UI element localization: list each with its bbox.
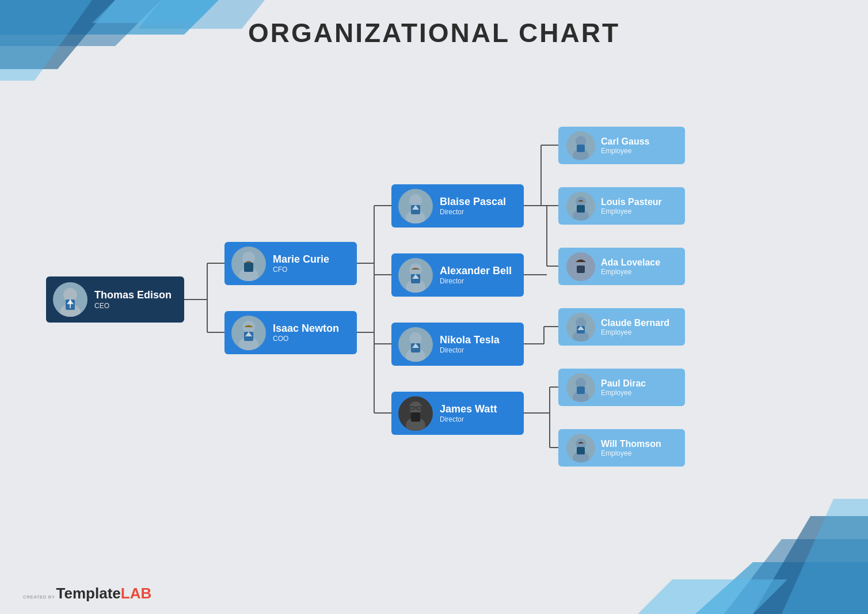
dir1-avatar <box>398 189 433 223</box>
ceo-name: Thomas Edison <box>94 289 172 302</box>
dir1-role: Director <box>440 208 506 216</box>
ceo-node: Thomas Edison CEO <box>46 276 184 323</box>
dir3-avatar <box>398 327 433 362</box>
dir1-node: Blaise Pascal Director <box>391 184 524 228</box>
dir4-role: Director <box>440 415 497 423</box>
svg-rect-44 <box>244 263 253 272</box>
cfo-node: Marie Curie CFO <box>224 242 357 285</box>
page-title: ORGANIZATIONAL CHART <box>0 17 868 48</box>
chart-area: Thomas Edison CEO Marie Curie CFO <box>23 63 845 568</box>
svg-point-57 <box>409 332 422 345</box>
coo-avatar <box>231 316 266 350</box>
coo-role: COO <box>273 335 339 343</box>
svg-rect-69 <box>577 145 585 152</box>
emp6-role: Employee <box>601 449 661 457</box>
watermark-template: Template <box>56 585 121 602</box>
coo-name: Isaac Newton <box>273 323 339 335</box>
dir4-avatar <box>398 396 433 431</box>
watermark-created: CREATED BY <box>23 594 55 600</box>
watermark-lab: LAB <box>121 585 151 602</box>
svg-rect-63 <box>411 412 420 422</box>
svg-point-49 <box>409 194 422 207</box>
emp2-avatar <box>566 192 595 221</box>
svg-rect-82 <box>577 386 585 394</box>
emp5-name: Paul Dirac <box>601 378 646 389</box>
emp6-avatar <box>566 434 595 463</box>
emp5-node: Paul Dirac Employee <box>558 369 685 406</box>
emp1-avatar <box>566 131 595 160</box>
watermark: CREATED BY Template LAB <box>23 585 151 602</box>
dir2-role: Director <box>440 277 512 285</box>
emp6-node: Will Thomson Employee <box>558 429 685 467</box>
emp1-node: Carl Gauss Employee <box>558 127 685 164</box>
dir3-node: Nikola Tesla Director <box>391 323 524 366</box>
dir4-node: James Watt Director <box>391 392 524 435</box>
emp5-role: Employee <box>601 389 646 397</box>
emp3-name: Ada Lovelace <box>601 257 660 268</box>
svg-rect-72 <box>577 205 585 213</box>
emp6-name: Will Thomson <box>601 438 661 449</box>
emp2-role: Employee <box>601 207 662 215</box>
dir3-role: Director <box>440 346 500 354</box>
emp1-name: Carl Gauss <box>601 136 649 147</box>
emp3-node: Ada Lovelace Employee <box>558 248 685 285</box>
emp4-role: Employee <box>601 328 669 336</box>
ceo-avatar <box>53 282 87 317</box>
dir2-avatar <box>398 258 433 293</box>
emp1-role: Employee <box>601 147 649 155</box>
emp2-node: Louis Pasteur Employee <box>558 187 685 225</box>
cfo-role: CFO <box>273 266 329 274</box>
coo-node: Isaac Newton COO <box>224 311 357 354</box>
ceo-role: CEO <box>94 302 172 310</box>
dir3-name: Nikola Tesla <box>440 334 500 347</box>
emp4-node: Claude Bernard Employee <box>558 308 685 346</box>
svg-rect-85 <box>577 447 585 454</box>
dir2-name: Alexander Bell <box>440 265 512 278</box>
cfo-avatar <box>231 247 266 281</box>
emp4-name: Claude Bernard <box>601 317 669 328</box>
emp2-name: Louis Pasteur <box>601 196 662 207</box>
dir4-name: James Watt <box>440 403 497 416</box>
dir2-node: Alexander Bell Director <box>391 253 524 297</box>
cfo-name: Marie Curie <box>273 253 329 266</box>
dir1-name: Blaise Pascal <box>440 196 506 209</box>
emp5-avatar <box>566 373 595 402</box>
svg-rect-75 <box>577 266 585 273</box>
emp4-avatar <box>566 313 595 342</box>
emp3-avatar <box>566 252 595 281</box>
emp3-role: Employee <box>601 268 660 276</box>
